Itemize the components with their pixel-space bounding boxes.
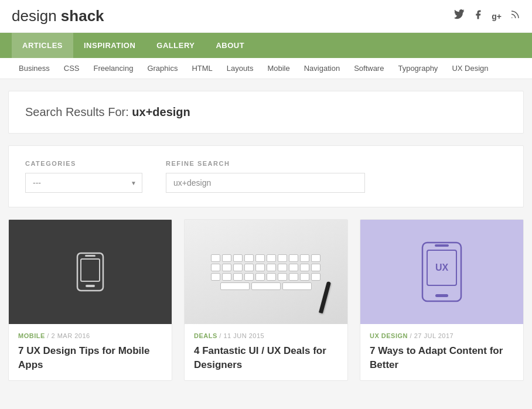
mobile-phone-icon: [67, 248, 114, 295]
nav-about[interactable]: ABOUT: [205, 33, 255, 58]
search-results-query: ux+design: [132, 105, 190, 118]
sub-nav: Business CSS Freelancing Graphics HTML L…: [0, 58, 532, 79]
article-meta-2: DEALS / 11 JUN 2015: [194, 332, 338, 339]
svg-text:UX: UX: [435, 263, 449, 272]
subnav-navigation[interactable]: Navigation: [297, 58, 347, 79]
subnav-layouts[interactable]: Layouts: [220, 58, 261, 79]
article-title-3[interactable]: 7 Ways to Adapt Content for Better: [370, 344, 514, 372]
subnav-typography[interactable]: Typography: [391, 58, 445, 79]
svg-rect-3: [86, 285, 95, 287]
content-area: Search Results For: ux+design CATEGORIES…: [2, 91, 530, 381]
search-results-heading: Search Results For: ux+design: [8, 91, 524, 134]
article-card-2: DEALS / 11 JUN 2015 4 Fantastic UI / UX …: [184, 219, 348, 381]
site-header: design shack g+: [0, 0, 532, 33]
subnav-business[interactable]: Business: [12, 58, 57, 79]
googleplus-icon[interactable]: g+: [492, 12, 502, 21]
subnav-mobile[interactable]: Mobile: [260, 58, 296, 79]
rss-icon[interactable]: [510, 9, 520, 23]
svg-rect-2: [81, 259, 100, 281]
svg-point-5: [90, 255, 91, 257]
article-meta-1: MOBILE / 2 MAR 2016: [18, 332, 162, 339]
nav-articles[interactable]: ARTICLES: [12, 33, 73, 58]
subnav-uxdesign[interactable]: UX Design: [445, 58, 495, 79]
site-logo[interactable]: design shack: [12, 7, 104, 25]
social-icons: g+: [454, 9, 520, 23]
search-results-prefix: Search Results For:: [25, 105, 129, 118]
subnav-html[interactable]: HTML: [185, 58, 219, 79]
article-body-3: UX DESIGN / 27 JUL 2017 7 Ways to Adapt …: [360, 324, 523, 380]
article-date-1: / 2 MAR 2016: [47, 332, 90, 339]
categories-label: CATEGORIES: [25, 160, 142, 167]
article-category-1: MOBILE: [18, 332, 45, 339]
svg-rect-10: [435, 244, 449, 247]
article-card-3: UX UX DESIGN / 27 JUL 2017 7 Ways to Ada…: [360, 219, 524, 381]
subnav-software[interactable]: Software: [347, 58, 391, 79]
twitter-icon[interactable]: [454, 9, 465, 23]
subnav-freelancing[interactable]: Freelancing: [86, 58, 140, 79]
subnav-graphics[interactable]: Graphics: [140, 58, 185, 79]
article-body-2: DEALS / 11 JUN 2015 4 Fantastic UI / UX …: [185, 324, 347, 380]
article-title-1[interactable]: 7 UX Design Tips for Mobile Apps: [18, 344, 162, 372]
facebook-icon[interactable]: [473, 9, 483, 23]
article-thumb-3: UX: [360, 220, 523, 324]
categories-filter: CATEGORIES ---: [25, 160, 142, 193]
article-date-2: / 11 JUN 2015: [219, 332, 264, 339]
article-body-1: MOBILE / 2 MAR 2016 7 UX Design Tips for…: [9, 324, 172, 380]
search-results-title: Search Results For: ux+design: [25, 105, 507, 119]
article-thumb-2: [185, 220, 347, 324]
svg-point-0: [511, 18, 513, 19]
articles-grid: MOBILE / 2 MAR 2016 7 UX Design Tips for…: [8, 219, 524, 381]
logo-shack: shack: [61, 7, 104, 25]
article-meta-3: UX DESIGN / 27 JUL 2017: [370, 332, 514, 339]
article-category-3: UX DESIGN: [370, 332, 408, 339]
nav-inspiration[interactable]: INSPIRATION: [73, 33, 146, 58]
logo-design: design: [12, 7, 57, 25]
main-nav: ARTICLES INSPIRATION GALLERY ABOUT: [0, 33, 532, 58]
filters-box: CATEGORIES --- REFINE SEARCH: [8, 145, 524, 207]
refine-search-label: REFINE SEARCH: [166, 160, 365, 167]
article-category-2: DEALS: [194, 332, 217, 339]
refine-search-filter: REFINE SEARCH: [166, 160, 365, 193]
categories-select[interactable]: ---: [25, 173, 142, 193]
subnav-css[interactable]: CSS: [57, 58, 87, 79]
article-card-1: MOBILE / 2 MAR 2016 7 UX Design Tips for…: [8, 219, 172, 381]
categories-select-wrap: ---: [25, 173, 142, 193]
svg-rect-9: [435, 294, 448, 297]
nav-gallery[interactable]: GALLERY: [146, 33, 205, 58]
ux-phone-icon: UX: [415, 240, 468, 304]
article-date-3: / 27 JUL 2017: [410, 332, 454, 339]
article-title-2[interactable]: 4 Fantastic UI / UX Deals for Designers: [194, 344, 338, 372]
refine-search-input[interactable]: [166, 173, 365, 193]
article-thumb-1: [9, 220, 172, 324]
